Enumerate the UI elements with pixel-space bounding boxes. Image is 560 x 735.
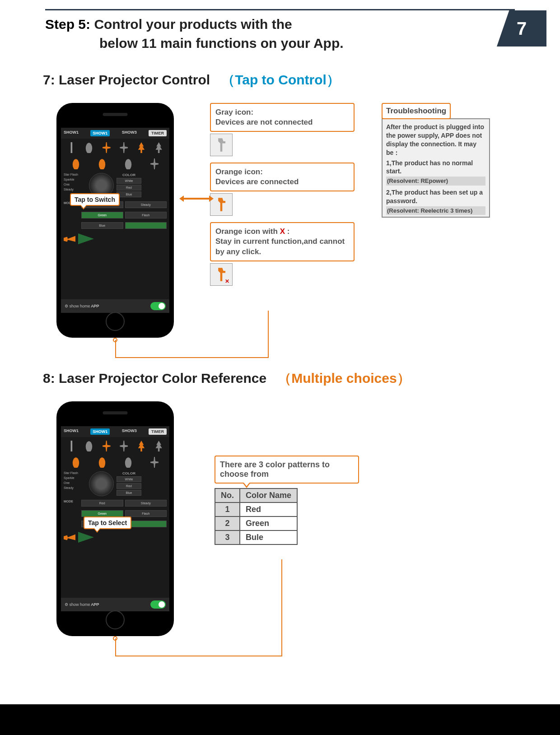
connector-line bbox=[115, 638, 282, 656]
section-7: 7: Laser Projector Control （Tap to Contr… bbox=[0, 53, 560, 365]
mode-green[interactable]: Green bbox=[81, 510, 123, 517]
orange-icon-box: Orange icon: Devices are connected bbox=[210, 163, 355, 191]
section7-title: Laser Projector Control bbox=[59, 72, 210, 87]
table-cell: Red bbox=[240, 502, 297, 516]
page-number-badge: 7 bbox=[497, 10, 546, 47]
section8-hint: Multiple choices bbox=[291, 371, 397, 386]
table-cell: 1 bbox=[215, 502, 240, 516]
step-label: Step 5: bbox=[45, 17, 90, 32]
section8-title: Laser Projector Color Reference bbox=[59, 371, 266, 386]
pattern-icon[interactable] bbox=[120, 441, 128, 451]
beam-icon bbox=[78, 233, 94, 244]
mode-flash[interactable]: Flash bbox=[125, 510, 167, 517]
mode-flash[interactable]: Flash bbox=[125, 212, 167, 219]
phone-screen: SHOW1 SHOW1 SHOW3 TIMER bbox=[61, 128, 169, 313]
color-red[interactable]: Red bbox=[117, 483, 141, 489]
pattern-icon[interactable] bbox=[103, 142, 111, 153]
connector-line bbox=[281, 559, 282, 656]
color-table-header: There are 3 color patterns to choose fro… bbox=[215, 456, 359, 484]
app-label: APP bbox=[91, 304, 99, 308]
pattern-icon[interactable] bbox=[98, 158, 106, 169]
pattern-icon[interactable] bbox=[85, 142, 93, 153]
tab-timer[interactable]: TIMER bbox=[149, 130, 167, 136]
table-cell: 2 bbox=[215, 516, 240, 530]
pattern-icon[interactable] bbox=[72, 457, 80, 468]
phone-mockup-2: SHOW1 SHOW1 SHOW3 TIMER bbox=[56, 401, 174, 636]
beam-icon bbox=[78, 532, 94, 543]
section7-prefix: 7: bbox=[43, 72, 55, 87]
color-header: COLOR bbox=[117, 471, 141, 475]
table-cell: 3 bbox=[215, 530, 240, 544]
troubleshooting-header: Troubleshooting bbox=[382, 103, 451, 119]
dial-control[interactable] bbox=[89, 471, 114, 496]
table-cell: Bule bbox=[240, 530, 297, 544]
pattern-icon[interactable] bbox=[103, 441, 111, 451]
tab-show3[interactable]: SHOW3 bbox=[122, 428, 137, 435]
pattern-icon[interactable] bbox=[67, 441, 75, 451]
color-red[interactable]: Red bbox=[117, 185, 141, 191]
speech-tap-select: Tap to Select bbox=[84, 516, 131, 529]
step-text-2: below 11 main functions on your App. bbox=[99, 36, 344, 51]
mode-green[interactable]: Green bbox=[81, 212, 123, 219]
brand: show home bbox=[70, 602, 90, 607]
pattern-icon[interactable] bbox=[124, 457, 132, 468]
double-arrow-icon bbox=[183, 198, 210, 200]
pattern-icon[interactable] bbox=[150, 158, 159, 169]
connector-line bbox=[115, 340, 269, 358]
color-header: COLOR bbox=[117, 173, 141, 177]
pattern-icon[interactable] bbox=[137, 441, 145, 451]
app-label: APP bbox=[91, 602, 99, 607]
mode-opt[interactable] bbox=[125, 222, 167, 229]
color-blue[interactable]: Blue bbox=[117, 191, 141, 197]
pattern-icon[interactable] bbox=[85, 441, 93, 451]
pattern-icon[interactable] bbox=[72, 158, 80, 169]
pattern-icon[interactable] bbox=[124, 158, 132, 169]
pattern-icon[interactable] bbox=[98, 457, 106, 468]
mode-blue[interactable]: Blue bbox=[81, 222, 123, 229]
mode-steady[interactable]: Steady bbox=[125, 500, 167, 507]
projector-icon[interactable] bbox=[64, 234, 75, 244]
col-name: Color Name bbox=[240, 488, 297, 502]
tab-show3[interactable]: SHOW3 bbox=[122, 130, 137, 136]
power-toggle[interactable] bbox=[150, 302, 166, 310]
pattern-icon[interactable] bbox=[137, 142, 145, 153]
power-toggle[interactable] bbox=[150, 600, 166, 609]
color-white[interactable]: White bbox=[117, 178, 141, 184]
gray-icon-box: Gray icon: Devices are not connected bbox=[210, 103, 355, 132]
page-number: 7 bbox=[517, 19, 527, 39]
brand: show home bbox=[70, 304, 90, 308]
tab-show2[interactable]: SHOW1 bbox=[90, 428, 110, 435]
projector-icon[interactable] bbox=[64, 532, 75, 542]
mode-steady[interactable]: Steady bbox=[125, 201, 167, 208]
color-white[interactable]: White bbox=[117, 476, 141, 482]
section8-prefix: 8: bbox=[43, 371, 55, 386]
tab-show2[interactable]: SHOW1 bbox=[90, 130, 110, 136]
speech-tap-switch: Tap to Switch bbox=[70, 193, 120, 206]
mode-opt[interactable]: Red bbox=[81, 500, 123, 507]
pattern-icon[interactable] bbox=[67, 142, 75, 153]
paren-open: （ bbox=[221, 72, 235, 87]
paren-close: ） bbox=[397, 371, 411, 386]
connector-line bbox=[268, 311, 269, 358]
tab-timer[interactable]: TIMER bbox=[149, 428, 167, 435]
phone-mockup: SHOW1 SHOW1 SHOW3 TIMER bbox=[56, 103, 174, 338]
pattern-icon[interactable] bbox=[150, 457, 159, 468]
troubleshooting-box: After the product is plugged into the po… bbox=[382, 118, 490, 218]
step-header: Step 5: Control your products with the b… bbox=[0, 15, 560, 53]
footer-bar bbox=[0, 704, 560, 735]
tab-show1[interactable]: SHOW1 bbox=[64, 130, 79, 136]
table-cell: Green bbox=[240, 516, 297, 530]
pattern-icon[interactable] bbox=[155, 441, 163, 451]
orange-x-icon-box: Orange icon with X : Stay in current fun… bbox=[210, 222, 355, 261]
pattern-icon[interactable] bbox=[155, 142, 163, 153]
section-8: 8: Laser Projector Color Reference （Mult… bbox=[0, 365, 560, 663]
paren-open: （ bbox=[278, 371, 291, 386]
pattern-icon[interactable] bbox=[120, 142, 128, 153]
color-table: No. Color Name 1Red 2Green 3Bule bbox=[215, 488, 298, 545]
paren-close: ） bbox=[327, 72, 340, 87]
col-no: No. bbox=[215, 488, 240, 502]
orange-x-sample-icon: ✕ bbox=[210, 263, 233, 286]
mode-label: MODE bbox=[64, 500, 79, 507]
color-blue[interactable]: Blue bbox=[117, 490, 141, 496]
tab-show1[interactable]: SHOW1 bbox=[64, 428, 79, 435]
